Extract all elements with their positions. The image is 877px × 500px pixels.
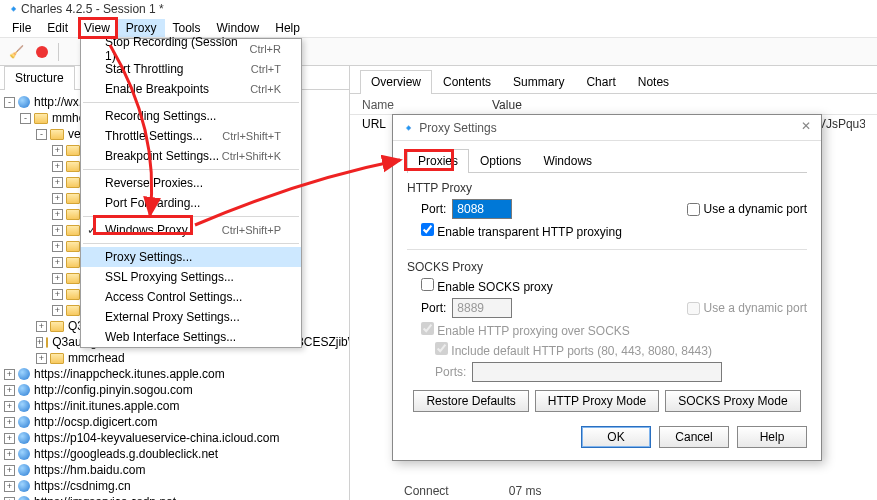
menu-item[interactable]: Start ThrottlingCtrl+T bbox=[81, 59, 301, 79]
expander-icon[interactable]: + bbox=[4, 401, 15, 412]
menu-window[interactable]: Window bbox=[209, 19, 268, 37]
overview-tab-chart[interactable]: Chart bbox=[575, 70, 626, 93]
app-icon: 🔹 bbox=[6, 2, 21, 16]
close-icon[interactable]: ✕ bbox=[797, 119, 815, 137]
menu-file[interactable]: File bbox=[4, 19, 39, 37]
expander-icon[interactable]: + bbox=[52, 161, 63, 172]
menu-view[interactable]: View bbox=[76, 19, 118, 37]
expander-icon[interactable]: + bbox=[52, 257, 63, 268]
expander-icon[interactable]: + bbox=[4, 481, 15, 492]
menu-item[interactable]: Access Control Settings... bbox=[81, 287, 301, 307]
expander-icon[interactable]: + bbox=[52, 145, 63, 156]
ports-input bbox=[472, 362, 722, 382]
menu-proxy[interactable]: Proxy bbox=[118, 19, 165, 37]
port-label: Port: bbox=[421, 202, 446, 216]
clear-button[interactable]: 🧹 bbox=[6, 42, 26, 62]
expander-icon[interactable]: + bbox=[52, 289, 63, 300]
socks-proxy-mode-button[interactable]: SOCKS Proxy Mode bbox=[665, 390, 800, 412]
tree-row[interactable]: +https://p104-keyvalueservice-china.iclo… bbox=[2, 430, 347, 446]
status-connect-value: 07 ms bbox=[509, 484, 542, 498]
menu-item[interactable]: Reverse Proxies... bbox=[81, 173, 301, 193]
overview-tab-summary[interactable]: Summary bbox=[502, 70, 575, 93]
globe-icon bbox=[18, 416, 30, 428]
menu-item[interactable]: Breakpoint Settings...Ctrl+Shift+K bbox=[81, 146, 301, 166]
menu-item[interactable]: External Proxy Settings... bbox=[81, 307, 301, 327]
menu-item[interactable]: Enable BreakpointsCtrl+K bbox=[81, 79, 301, 99]
folder-icon bbox=[66, 225, 80, 236]
globe-icon bbox=[18, 496, 30, 500]
globe-icon bbox=[18, 480, 30, 492]
expander-icon[interactable]: + bbox=[4, 449, 15, 460]
overview-tabs: OverviewContentsSummaryChartNotes bbox=[350, 70, 877, 94]
folder-icon bbox=[66, 161, 80, 172]
menu-item[interactable]: ✓Windows ProxyCtrl+Shift+P bbox=[81, 220, 301, 240]
expander-icon[interactable]: + bbox=[52, 209, 63, 220]
enable-socks-checkbox[interactable]: Enable SOCKS proxy bbox=[421, 278, 553, 294]
tree-row[interactable]: +https://googleads.g.doubleclick.net bbox=[2, 446, 347, 462]
col-name: Name bbox=[362, 98, 492, 112]
menu-help[interactable]: Help bbox=[267, 19, 308, 37]
dialog-tab-proxies[interactable]: Proxies bbox=[407, 149, 469, 173]
expander-icon[interactable]: + bbox=[52, 193, 63, 204]
overview-tab-contents[interactable]: Contents bbox=[432, 70, 502, 93]
tree-row[interactable]: +https://imgservice.csdn.net bbox=[2, 494, 347, 500]
menu-item[interactable]: Throttle Settings...Ctrl+Shift+T bbox=[81, 126, 301, 146]
menu-item[interactable]: Proxy Settings... bbox=[81, 247, 301, 267]
expander-icon[interactable]: + bbox=[4, 497, 15, 501]
folder-icon bbox=[66, 273, 80, 284]
expander-icon[interactable]: - bbox=[4, 97, 15, 108]
expander-icon[interactable]: + bbox=[52, 177, 63, 188]
globe-icon bbox=[18, 96, 30, 108]
dynamic-port-checkbox[interactable]: Use a dynamic port bbox=[687, 202, 807, 216]
expander-icon[interactable]: + bbox=[36, 353, 47, 364]
cancel-button[interactable]: Cancel bbox=[659, 426, 729, 448]
enable-transparent-checkbox[interactable]: Enable transparent HTTP proxying bbox=[421, 223, 622, 239]
expander-icon[interactable]: + bbox=[4, 385, 15, 396]
menu-item[interactable]: Stop Recording (Session 1)Ctrl+R bbox=[81, 39, 301, 59]
window-titlebar: 🔹 Charles 4.2.5 - Session 1 * bbox=[0, 0, 877, 18]
menu-item[interactable]: Web Interface Settings... bbox=[81, 327, 301, 347]
expander-icon[interactable]: + bbox=[4, 433, 15, 444]
expander-icon[interactable]: + bbox=[36, 337, 43, 348]
record-button[interactable] bbox=[32, 42, 52, 62]
ports-label: Ports: bbox=[435, 365, 466, 379]
tree-row[interactable]: +http://config.pinyin.sogou.com bbox=[2, 382, 347, 398]
expander-icon[interactable]: + bbox=[52, 225, 63, 236]
expander-icon[interactable]: + bbox=[36, 321, 47, 332]
dialog-tabs: ProxiesOptionsWindows bbox=[407, 149, 807, 173]
http-proxy-mode-button[interactable]: HTTP Proxy Mode bbox=[535, 390, 659, 412]
overview-tab-notes[interactable]: Notes bbox=[627, 70, 680, 93]
tree-row[interactable]: +http://ocsp.digicert.com bbox=[2, 414, 347, 430]
dialog-tab-options[interactable]: Options bbox=[469, 149, 532, 172]
expander-icon[interactable]: + bbox=[52, 273, 63, 284]
overview-tab-overview[interactable]: Overview bbox=[360, 70, 432, 94]
menu-edit[interactable]: Edit bbox=[39, 19, 76, 37]
tree-row[interactable]: +https://inappcheck.itunes.apple.com bbox=[2, 366, 347, 382]
expander-icon[interactable]: + bbox=[52, 241, 63, 252]
folder-icon bbox=[66, 193, 80, 204]
help-button[interactable]: Help bbox=[737, 426, 807, 448]
proxy-menu[interactable]: Stop Recording (Session 1)Ctrl+RStart Th… bbox=[80, 38, 302, 348]
menu-item[interactable]: SSL Proxying Settings... bbox=[81, 267, 301, 287]
expander-icon[interactable]: + bbox=[52, 305, 63, 316]
tab-structure[interactable]: Structure bbox=[4, 66, 75, 90]
tree-row[interactable]: +https://csdnimg.cn bbox=[2, 478, 347, 494]
expander-icon[interactable]: + bbox=[4, 369, 15, 380]
menu-item[interactable]: Port Forwarding... bbox=[81, 193, 301, 213]
expander-icon[interactable]: - bbox=[20, 113, 31, 124]
menu-item[interactable]: Recording Settings... bbox=[81, 106, 301, 126]
http-port-input[interactable] bbox=[452, 199, 512, 219]
restore-defaults-button[interactable]: Restore Defaults bbox=[413, 390, 528, 412]
menu-separator bbox=[83, 243, 299, 244]
expander-icon[interactable]: + bbox=[4, 417, 15, 428]
ok-button[interactable]: OK bbox=[581, 426, 651, 448]
expander-icon[interactable]: - bbox=[36, 129, 47, 140]
tree-row[interactable]: +mmcrhead bbox=[2, 350, 347, 366]
menu-tools[interactable]: Tools bbox=[165, 19, 209, 37]
expander-icon[interactable]: + bbox=[4, 465, 15, 476]
menu-separator bbox=[83, 102, 299, 103]
dialog-tab-windows[interactable]: Windows bbox=[532, 149, 603, 172]
folder-icon bbox=[66, 145, 80, 156]
tree-row[interactable]: +https://hm.baidu.com bbox=[2, 462, 347, 478]
tree-row[interactable]: +https://init.itunes.apple.com bbox=[2, 398, 347, 414]
